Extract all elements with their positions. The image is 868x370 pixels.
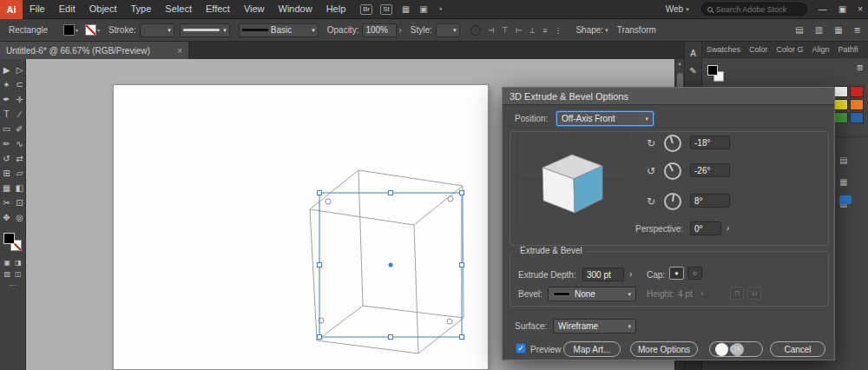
menubar-icon[interactable]: ▣ [419,4,427,14]
fill-stroke-proxy[interactable] [3,233,23,252]
bevel-dropdown[interactable]: None ▾ [548,287,636,301]
search-input[interactable] [716,5,801,14]
tool-icon[interactable]: ✒ [3,92,10,107]
draw-mode-icon[interactable]: ▨ [3,270,10,278]
panel-icon[interactable]: ▤ [795,25,803,35]
menubar-icon[interactable]: ▦ [402,4,410,14]
tool-icon[interactable]: ⊞ [3,166,10,181]
panel-icon[interactable]: ▦ [839,177,847,187]
panel-icon[interactable]: ▤ [839,155,847,165]
panel-icon[interactable]: ≣ [854,25,861,35]
app-badge[interactable]: Br [360,4,372,15]
stroke-weight-dropdown[interactable]: ▾ [140,23,174,37]
panel-tab[interactable]: Color [745,41,773,58]
menu-item[interactable]: View [237,0,272,18]
fill-proxy-swatch[interactable] [3,233,15,244]
rotate-x-field[interactable]: -18° [690,135,730,149]
app-badge[interactable]: St [380,4,392,15]
cap-on-button[interactable]: ● [669,267,684,280]
color-swatch[interactable] [834,99,848,110]
panel-menu-icon[interactable]: ≣ [857,63,864,72]
rotate-y-dial[interactable] [664,162,681,180]
fill-chip[interactable] [707,65,718,76]
panel-tab[interactable]: Align [808,41,834,58]
align-icon[interactable]: ⊥ [529,26,536,35]
collapsed-panel-icon[interactable]: ✎ [689,66,696,76]
panel-tab[interactable]: Pathfi [834,41,863,58]
style-dropdown[interactable]: ▾ [436,23,460,37]
tool-icon[interactable]: ∿ [16,136,23,151]
perspective-field[interactable]: 0° [690,221,721,235]
tool-icon[interactable]: ⊡ [16,195,23,210]
surface-dropdown[interactable]: Wireframe ▾ [553,319,636,334]
tool-icon[interactable]: ▱ [16,166,23,181]
tool-icon[interactable]: ⊂ [16,77,23,92]
map-art-button[interactable]: Map Art... [563,341,621,357]
tool-icon[interactable]: ✥ [3,210,10,225]
panel-tab[interactable]: Swatches [702,41,745,58]
draw-mode-icon[interactable]: ⋯ [10,281,16,289]
align-icon[interactable]: ⊣ [488,26,495,35]
window-control-icon[interactable]: ▣ [838,4,846,14]
menubar-icon[interactable]: ◔ [437,4,443,14]
panel-tab[interactable]: Color G [773,41,808,58]
color-swatch[interactable] [850,112,864,123]
width-profile-dropdown[interactable]: ▾ [180,23,230,37]
tool-icon[interactable]: ▶ [3,63,10,77]
align-icon[interactable]: ⊤ [502,26,509,35]
color-swatch[interactable] [850,99,864,110]
tool-icon[interactable]: ▷ [16,63,23,77]
scroll-up-icon[interactable]: ▴ [675,59,684,68]
tool-icon[interactable]: ∕ [19,107,21,122]
rotate-z-dial[interactable] [664,193,681,210]
tool-icon[interactable]: T [3,107,9,122]
stock-search[interactable] [701,3,807,16]
tool-icon[interactable]: ▦ [3,181,10,195]
tool-icon[interactable]: ◎ [16,210,23,225]
panel-icon[interactable]: ▦ [834,25,842,35]
align-icon[interactable]: ⊢ [515,26,522,35]
ok-button[interactable]: OK [709,341,763,357]
perspective-spinner[interactable]: › [727,223,729,233]
stroke-swatch[interactable] [85,24,96,36]
menu-item[interactable]: File [23,0,52,18]
rotate-z-field[interactable]: 8° [690,194,730,208]
track-cube-preview[interactable] [516,135,628,225]
tool-icon[interactable]: ✏ [3,136,10,151]
extrude-depth-field[interactable]: 300 pt [582,268,624,281]
close-icon[interactable]: × [177,46,182,56]
align-icon[interactable]: ≡ [542,26,547,35]
more-options-button[interactable]: More Options [630,341,698,357]
transform-link[interactable]: Transform [617,25,656,35]
rotate-y-field[interactable]: -26° [690,163,730,177]
opacity-dropdown[interactable]: 100% [362,23,397,37]
tool-icon[interactable]: ✶ [3,77,10,92]
preview-checkbox[interactable]: ✓ [516,343,526,353]
menu-item[interactable]: Type [124,0,159,18]
menu-item[interactable]: Effect [199,0,237,18]
color-swatch[interactable] [834,112,848,123]
menu-item[interactable]: Window [272,0,319,18]
rotate-x-dial[interactable] [664,135,681,152]
recolor-artwork-icon[interactable] [470,25,481,36]
fill-swatch[interactable] [63,24,75,36]
brush-dropdown[interactable]: Basic ▾ [239,23,319,37]
collapsed-panel-icon[interactable]: A [690,49,696,58]
menu-item[interactable]: Select [158,0,199,18]
menu-item[interactable]: Object [82,0,124,18]
window-control-icon[interactable]: × [858,4,863,14]
window-control-icon[interactable]: — [819,4,827,14]
tool-icon[interactable]: ⇄ [16,151,23,166]
menu-item[interactable]: Help [319,0,353,18]
tool-icon[interactable]: ✐ [16,122,23,136]
draw-mode-icon[interactable]: ▣ [3,259,10,267]
extrude-depth-spinner[interactable]: › [629,269,632,279]
align-icon[interactable]: ⋮ [554,26,562,35]
color-swatch[interactable] [834,86,848,97]
tool-icon[interactable]: ✛ [16,92,23,107]
opacity-spinner[interactable]: › [398,25,401,35]
tool-icon[interactable]: ▭ [3,122,10,136]
position-dropdown[interactable]: Off-Axis Front ▾ [556,111,654,126]
cancel-button[interactable]: Cancel [770,341,825,357]
tool-icon[interactable]: ◧ [16,181,23,195]
